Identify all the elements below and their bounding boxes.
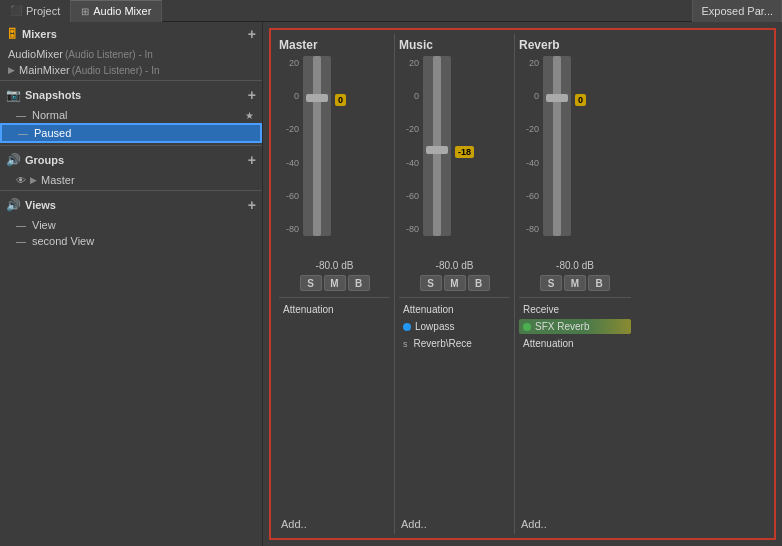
sfx-reverb-dot	[523, 323, 531, 331]
music-effect-attenuation[interactable]: Attenuation	[399, 302, 510, 317]
music-m-button[interactable]: M	[444, 275, 466, 291]
snapshots-label: Snapshots	[25, 89, 81, 101]
snapshots-add-button[interactable]: +	[248, 87, 256, 103]
mixer-item-audiomixer[interactable]: AudioMixer (Audio Listener) - In	[0, 46, 262, 62]
music-effect-reverb[interactable]: s Reverb\Rece	[399, 336, 510, 351]
view-item-view[interactable]: — View	[0, 217, 262, 233]
reverb-fader-area: 20 0 -20 -40 -60 -80 0	[519, 56, 631, 256]
reverb-db-scale: 20 0 -20 -40 -60 -80	[519, 56, 541, 236]
master-fader-track[interactable]: 0	[303, 56, 331, 236]
reverb-effect-attenuation[interactable]: Attenuation	[519, 336, 631, 351]
music-add-link[interactable]: Add..	[399, 514, 429, 534]
views-label: Views	[25, 199, 56, 211]
master-b-button[interactable]: B	[348, 275, 370, 291]
snapshot-paused[interactable]: — Paused	[0, 123, 262, 143]
tab-audio-mixer[interactable]: ⊞ Audio Mixer	[70, 0, 162, 22]
master-m-button[interactable]: M	[324, 275, 346, 291]
reverb-add-link[interactable]: Add..	[519, 514, 549, 534]
divider-1	[0, 80, 262, 81]
mainmixer-name: MainMixer	[19, 64, 70, 76]
master-value-badge: 0	[335, 94, 346, 106]
mixer-item-mainmixer[interactable]: ▶ MainMixer (Audio Listener) - In	[0, 62, 262, 78]
master-effect-attenuation[interactable]: Attenuation	[279, 302, 390, 317]
exposed-param-button[interactable]: Exposed Par...	[692, 0, 782, 22]
audiomixer-detail: (Audio Listener) - In	[65, 49, 153, 60]
view-label: View	[32, 219, 56, 231]
normal-dash-icon: —	[16, 110, 26, 121]
reverb-s-button[interactable]: S	[540, 275, 562, 291]
master-db-scale: 20 0 -20 -40 -60 -80	[279, 56, 301, 236]
reverb-fader-inner	[553, 56, 561, 236]
groups-icon: 🔊	[6, 153, 21, 167]
music-effects: Attenuation Lowpass s Reverb\Rece	[399, 297, 510, 377]
divider-3	[0, 190, 262, 191]
snapshot-normal-label: Normal	[32, 109, 67, 121]
reverb-sfx-label: SFX Reverb	[535, 321, 589, 332]
group-master[interactable]: 👁 ▶ Master	[0, 172, 262, 188]
reverb-footer: Receive SFX Reverb Attenuation Add..	[519, 297, 631, 534]
channel-music: Music 20 0 -20 -40 -60 -80	[395, 34, 515, 534]
reverb-m-button[interactable]: M	[564, 275, 586, 291]
reverb-fader-handle[interactable]	[546, 94, 568, 102]
master-smb-row: S M B	[300, 275, 370, 291]
master-attenuation-label: Attenuation	[283, 304, 334, 315]
master-fader-handle[interactable]	[306, 94, 328, 102]
channels-row: Master 20 0 -20 -40 -60 -80	[275, 34, 770, 534]
master-fader-inner	[313, 56, 321, 236]
snapshot-paused-label: Paused	[34, 127, 71, 139]
master-footer: Attenuation Add..	[279, 297, 390, 534]
mixer-panel: Master 20 0 -20 -40 -60 -80	[263, 22, 782, 546]
tab-audio-mixer-label: Audio Mixer	[93, 5, 151, 17]
reverb-b-button[interactable]: B	[588, 275, 610, 291]
project-icon: ⬛	[10, 5, 22, 16]
snapshots-section-header: 📷 Snapshots +	[0, 83, 262, 107]
music-reverb-label: Reverb\Rece	[414, 338, 472, 349]
reverb-effect-receive[interactable]: Receive	[519, 302, 631, 317]
music-footer: Attenuation Lowpass s Reverb\Rece A	[399, 297, 510, 534]
snapshot-normal[interactable]: — Normal ★	[0, 107, 262, 123]
music-attenuation-label: Attenuation	[403, 304, 454, 315]
tab-project[interactable]: ⬛ Project	[0, 0, 70, 22]
music-lowpass-label: Lowpass	[415, 321, 454, 332]
reverb-fader-track[interactable]: 0	[543, 56, 571, 236]
music-fader-track[interactable]: -18	[423, 56, 451, 236]
music-fader-inner	[433, 56, 441, 236]
channel-reverb: Reverb 20 0 -20 -40 -60 -80	[515, 34, 635, 534]
divider-2	[0, 145, 262, 146]
master-db-value: -80.0 dB	[316, 260, 354, 271]
paused-dash-icon: —	[18, 128, 28, 139]
mixers-icon: 🎛	[6, 27, 18, 41]
music-fader-handle[interactable]	[426, 146, 448, 154]
reverb-attenuation-label: Attenuation	[523, 338, 574, 349]
master-fader-area: 20 0 -20 -40 -60 -80 0	[279, 56, 390, 256]
channel-master-name: Master	[279, 38, 318, 52]
mixers-section-header: 🎛 Mixers +	[0, 22, 262, 46]
mixer-channels-wrapper: Master 20 0 -20 -40 -60 -80	[269, 28, 776, 540]
master-s-button[interactable]: S	[300, 275, 322, 291]
snapshots-icon: 📷	[6, 88, 21, 102]
mixers-label: Mixers	[22, 28, 57, 40]
channel-reverb-name: Reverb	[519, 38, 560, 52]
music-effect-lowpass[interactable]: Lowpass	[399, 319, 510, 334]
groups-add-button[interactable]: +	[248, 152, 256, 168]
reverb-effect-sfx[interactable]: SFX Reverb	[519, 319, 631, 334]
channel-master: Master 20 0 -20 -40 -60 -80	[275, 34, 395, 534]
reverb-prefix: s	[403, 339, 408, 349]
reverb-db-value: -80.0 dB	[556, 260, 594, 271]
view-item-second[interactable]: — second View	[0, 233, 262, 249]
groups-label: Groups	[25, 154, 64, 166]
views-add-button[interactable]: +	[248, 197, 256, 213]
views-section-header: 🔊 Views +	[0, 193, 262, 217]
audiomixer-name: AudioMixer	[8, 48, 63, 60]
reverb-value-badge: 0	[575, 94, 586, 106]
reverb-smb-row: S M B	[540, 275, 610, 291]
views-icon: 🔊	[6, 198, 21, 212]
channel-music-name: Music	[399, 38, 433, 52]
tab-project-label: Project	[26, 5, 60, 17]
master-add-link[interactable]: Add..	[279, 514, 309, 534]
music-s-button[interactable]: S	[420, 275, 442, 291]
music-b-button[interactable]: B	[468, 275, 490, 291]
mainmixer-arrow-icon: ▶	[8, 65, 15, 75]
mixers-add-button[interactable]: +	[248, 26, 256, 42]
master-effects: Attenuation	[279, 297, 390, 377]
